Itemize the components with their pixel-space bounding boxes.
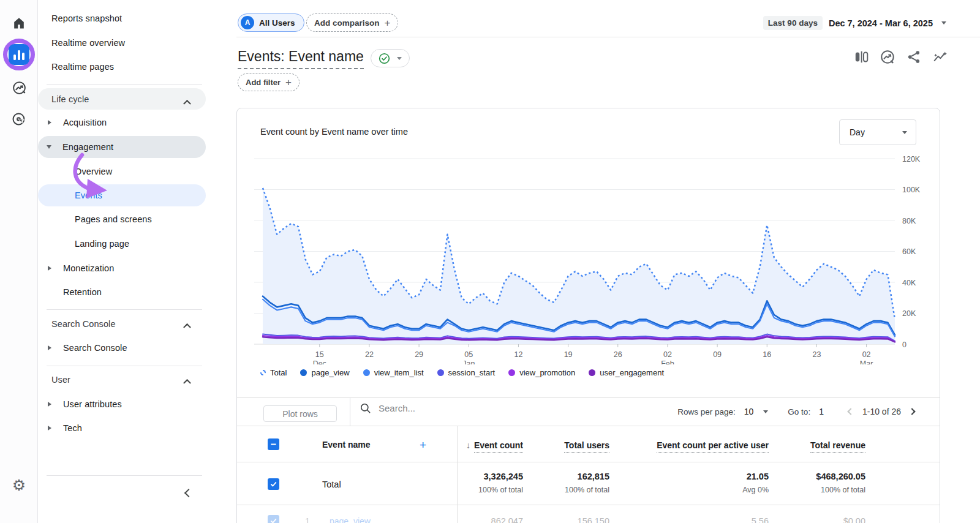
total-revenue: $468,260.05 100% of total xyxy=(767,472,865,494)
report-status-badge[interactable] xyxy=(371,49,410,67)
segment-avatar: A xyxy=(241,16,254,29)
sidebar-item-monetization[interactable]: Monetization xyxy=(39,256,236,280)
legend-item-view-promotion: view_promotion xyxy=(508,368,575,377)
plus-icon: + xyxy=(385,18,391,28)
granularity-select[interactable]: Day xyxy=(839,119,916,145)
svg-text:22: 22 xyxy=(365,350,374,359)
section-user[interactable]: User xyxy=(39,367,236,392)
settings-gear-icon[interactable]: ⚙ xyxy=(0,476,38,494)
svg-text:19: 19 xyxy=(564,350,573,359)
row-checkbox-checked[interactable] xyxy=(268,478,279,490)
event-name-link[interactable]: page_view xyxy=(330,516,371,523)
legend-item-user-engagement: user_engagement xyxy=(589,368,664,377)
advertising-icon[interactable] xyxy=(0,111,38,128)
column-total-revenue[interactable]: Total revenue xyxy=(774,440,865,451)
report-card: Event count by Event name over time Day … xyxy=(236,108,940,523)
date-range-picker[interactable]: Last 90 days Dec 7, 2024 - Mar 6, 2025 xyxy=(763,16,946,30)
insights-sparkle-icon[interactable] xyxy=(932,49,948,65)
search-input[interactable] xyxy=(379,403,526,413)
rows-per-page-label: Rows per page: xyxy=(677,407,736,416)
home-icon[interactable] xyxy=(0,15,38,32)
chevron-up-icon[interactable] xyxy=(183,379,191,387)
sidebar-item-pages-and-screens[interactable]: Pages and screens xyxy=(39,207,236,231)
comparison-icon[interactable] xyxy=(853,49,869,65)
plot-rows-button[interactable]: Plot rows xyxy=(263,405,337,422)
date-range-label: Dec 7, 2024 - Mar 6, 2025 xyxy=(829,18,933,28)
expand-right-icon[interactable] xyxy=(48,402,51,407)
svg-text:02: 02 xyxy=(862,350,871,359)
legend-swatch xyxy=(300,369,307,376)
sidebar-item-acquisition[interactable]: Acquisition xyxy=(39,110,236,135)
expand-down-icon[interactable] xyxy=(47,145,51,149)
total-per-active-user: 21.05 Avg 0% xyxy=(616,472,769,494)
svg-text:0: 0 xyxy=(902,341,907,349)
sidebar-item-tech[interactable]: Tech xyxy=(39,416,236,440)
chevron-up-icon[interactable] xyxy=(183,323,191,331)
reports-icon-active[interactable] xyxy=(0,39,38,70)
sidebar-item-retention[interactable]: Retention xyxy=(39,280,236,304)
reports-sidebar: Reports snapshot Realtime overview Realt… xyxy=(39,0,236,523)
nav-divider xyxy=(47,309,202,310)
sidebar-item-overview[interactable]: Overview xyxy=(39,159,236,184)
add-filter-button[interactable]: Add filter + xyxy=(238,73,300,91)
svg-text:12: 12 xyxy=(514,350,522,359)
column-event-name[interactable]: Event name xyxy=(322,440,371,450)
segment-all-users[interactable]: A All Users xyxy=(238,13,304,32)
share-icon[interactable] xyxy=(906,49,922,65)
explore-icon[interactable] xyxy=(0,79,38,96)
select-all-checkbox-indeterminate[interactable] xyxy=(268,438,279,450)
legend-swatch xyxy=(363,369,370,376)
previous-page-icon[interactable] xyxy=(848,409,854,415)
table-search[interactable] xyxy=(360,402,526,414)
collapse-sidebar-icon[interactable] xyxy=(179,485,195,501)
row-index: 1 xyxy=(305,516,310,523)
svg-text:40K: 40K xyxy=(902,279,916,287)
expand-right-icon[interactable] xyxy=(48,266,51,271)
divider xyxy=(236,37,980,37)
sidebar-item-landing-page[interactable]: Landing page xyxy=(39,231,236,256)
svg-text:Feb: Feb xyxy=(661,359,674,364)
svg-text:100K: 100K xyxy=(902,186,921,194)
date-preset-badge: Last 90 days xyxy=(763,16,823,30)
sidebar-item-user-attributes[interactable]: User attributes xyxy=(39,392,236,416)
sidebar-item-realtime-overview[interactable]: Realtime overview xyxy=(39,31,236,55)
legend-swatch xyxy=(508,369,515,376)
nav-divider xyxy=(47,366,202,366)
table-toolbar: Plot rows Rows per page: 10 Go to: 1 xyxy=(237,397,940,426)
table-row-page-view[interactable]: 1 page_view 862,047 156,150 5.56 $0.00 xyxy=(237,510,940,523)
table-header-row: Event name + ↓Event count Total users Ev… xyxy=(237,426,940,462)
insights-speed-icon[interactable] xyxy=(880,49,895,65)
legend-swatch xyxy=(437,369,444,376)
legend-item-total: Total xyxy=(260,368,287,377)
section-search-console[interactable]: Search Console xyxy=(39,312,236,336)
line-chart[interactable]: 020K40K60K80K100K120K15Dec222905Jan12192… xyxy=(237,144,941,364)
row-checkbox-checked[interactable] xyxy=(268,515,279,523)
segment-label: All Users xyxy=(259,18,295,28)
chevron-down-icon xyxy=(397,57,402,60)
rows-per-page-value[interactable]: 10 xyxy=(744,407,754,416)
go-to-value[interactable]: 1 xyxy=(819,407,824,416)
legend-item-view-item-list: view_item_list xyxy=(363,368,424,377)
divider xyxy=(350,397,350,426)
sidebar-item-realtime-pages[interactable]: Realtime pages xyxy=(39,55,236,79)
expand-right-icon[interactable] xyxy=(48,426,51,431)
legend-swatch xyxy=(260,370,266,375)
sidebar-item-engagement[interactable]: Engagement xyxy=(39,136,236,158)
column-event-count[interactable]: ↓Event count xyxy=(425,440,523,451)
column-total-users[interactable]: Total users xyxy=(530,440,609,451)
expand-right-icon[interactable] xyxy=(48,345,51,350)
section-life-cycle[interactable]: Life cycle xyxy=(39,88,236,110)
column-event-count-per-active-user[interactable]: Event count per active user xyxy=(616,440,769,451)
add-comparison-button[interactable]: Add comparison + xyxy=(306,13,398,32)
svg-text:02: 02 xyxy=(663,350,672,359)
svg-text:80K: 80K xyxy=(902,217,916,225)
next-page-icon[interactable] xyxy=(910,409,915,415)
expand-right-icon[interactable] xyxy=(48,120,51,125)
sidebar-item-reports-snapshot[interactable]: Reports snapshot xyxy=(39,6,236,31)
page-range-label: 1-10 of 26 xyxy=(862,407,901,416)
svg-text:Dec: Dec xyxy=(313,359,326,364)
check-circle-icon xyxy=(379,53,390,64)
sidebar-item-search-console[interactable]: Search Console xyxy=(39,336,236,360)
sidebar-item-events-active[interactable]: Events xyxy=(39,184,236,206)
chevron-down-icon[interactable] xyxy=(763,410,768,413)
